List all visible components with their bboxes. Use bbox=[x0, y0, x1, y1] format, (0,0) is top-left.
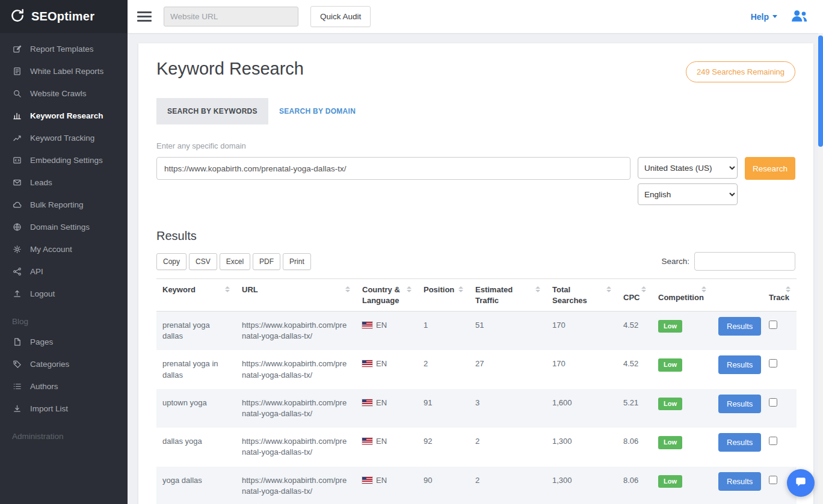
sort-icon[interactable] bbox=[407, 286, 412, 292]
chat-widget-button[interactable] bbox=[787, 469, 815, 497]
sidebar-item-domain-settings[interactable]: Domain Settings bbox=[0, 216, 128, 238]
column-label: Position bbox=[424, 285, 454, 294]
tab-search-by-domain[interactable]: SEARCH BY DOMAIN bbox=[268, 98, 366, 124]
track-cell bbox=[763, 350, 797, 389]
website-url-input[interactable] bbox=[164, 7, 298, 26]
column-header-position[interactable]: Position bbox=[418, 279, 469, 312]
track-checkbox[interactable] bbox=[769, 476, 777, 484]
sidebar-item-authors[interactable]: Authors bbox=[0, 375, 128, 398]
brand-name: SEOptimer bbox=[31, 10, 94, 23]
sidebar-item-import-list[interactable]: Import List bbox=[0, 398, 128, 420]
sidebar-item-report-templates[interactable]: Report Templates bbox=[0, 38, 128, 60]
results-heading: Results bbox=[156, 229, 795, 243]
page-scrollbar[interactable] bbox=[818, 33, 823, 504]
sidebar-section-administration: Administration bbox=[0, 420, 128, 446]
url-cell: https://www.kopabirth.com/prenatal-yoga-… bbox=[236, 350, 356, 389]
track-checkbox[interactable] bbox=[769, 321, 777, 329]
sort-icon[interactable] bbox=[701, 286, 706, 292]
cpc-cell: 4.52 bbox=[617, 350, 652, 389]
sidebar-item-leads[interactable]: Leads bbox=[0, 171, 128, 194]
results-table: KeywordURLCountry & LanguagePositionEsti… bbox=[156, 278, 797, 504]
content-area: Keyword Research 249 Searches Remaining … bbox=[128, 33, 823, 504]
domain-input[interactable] bbox=[156, 157, 630, 180]
results-action-cell: Results bbox=[712, 350, 763, 389]
sidebar-item-keyword-tracking[interactable]: Keyword Tracking bbox=[0, 127, 128, 149]
sidebar-item-logout[interactable]: Logout bbox=[0, 283, 128, 305]
results-button[interactable]: Results bbox=[718, 433, 761, 452]
hamburger-menu-icon[interactable] bbox=[137, 11, 152, 22]
sidebar-item-categories[interactable]: Categories bbox=[0, 353, 128, 375]
language-select[interactable]: English bbox=[638, 183, 738, 205]
competition-badge: Low bbox=[658, 358, 682, 371]
sidebar-item-api[interactable]: API bbox=[0, 260, 128, 283]
results-button[interactable]: Results bbox=[718, 472, 761, 491]
total-searches-cell: 1,600 bbox=[546, 389, 617, 428]
domain-settings-icon bbox=[12, 223, 22, 232]
competition-cell: Low bbox=[652, 350, 712, 389]
account-users-icon[interactable] bbox=[791, 8, 809, 25]
table-search-input[interactable] bbox=[694, 252, 795, 271]
sort-icon[interactable] bbox=[345, 286, 350, 292]
table-row: dallas yogahttps://www.kopabirth.com/pre… bbox=[156, 428, 797, 466]
estimated-traffic-cell: 51 bbox=[469, 312, 546, 351]
authors-icon bbox=[12, 382, 22, 391]
scrollbar-thumb[interactable] bbox=[818, 35, 823, 147]
sidebar-item-embedding-settings[interactable]: Embedding Settings bbox=[0, 149, 128, 171]
track-checkbox[interactable] bbox=[769, 398, 777, 407]
keyword-cell: prenatal yoga dallas bbox=[156, 312, 236, 351]
sidebar-item-bulk-reporting[interactable]: Bulk Reporting bbox=[0, 194, 128, 216]
column-header-country-language[interactable]: Country & Language bbox=[356, 279, 418, 312]
excel-button[interactable]: Excel bbox=[220, 253, 250, 270]
pdf-button[interactable]: PDF bbox=[253, 253, 280, 270]
column-header-url[interactable]: URL bbox=[236, 279, 356, 312]
country-language-cell: EN bbox=[356, 428, 418, 466]
track-checkbox[interactable] bbox=[769, 437, 777, 445]
position-cell: 90 bbox=[418, 467, 469, 504]
domain-input-label: Enter any specific domain bbox=[156, 141, 795, 150]
sidebar-item-my-account[interactable]: My Account bbox=[0, 238, 128, 260]
copy-button[interactable]: Copy bbox=[156, 253, 186, 270]
csv-button[interactable]: CSV bbox=[189, 253, 217, 270]
column-header-total-searches[interactable]: Total Searches bbox=[546, 279, 617, 312]
sort-icon[interactable] bbox=[606, 286, 611, 292]
url-cell: https://www.kopabirth.com/prenatal-yoga-… bbox=[236, 428, 356, 466]
print-button[interactable]: Print bbox=[283, 253, 311, 270]
us-flag-icon bbox=[362, 438, 372, 444]
help-menu[interactable]: Help bbox=[751, 12, 777, 22]
sort-icon[interactable] bbox=[458, 286, 463, 292]
research-button[interactable]: Research bbox=[745, 157, 795, 180]
sidebar-item-website-crawls[interactable]: Website Crawls bbox=[0, 82, 128, 105]
sidebar-item-keyword-research[interactable]: Keyword Research bbox=[0, 105, 128, 127]
total-searches-cell: 170 bbox=[546, 350, 617, 389]
sidebar-item-label: Categories bbox=[30, 360, 69, 369]
country-language-cell: EN bbox=[356, 312, 418, 351]
brand-logo[interactable]: SEOptimer bbox=[0, 0, 128, 33]
sort-icon[interactable] bbox=[641, 286, 646, 292]
tab-search-by-keywords[interactable]: SEARCH BY KEYWORDS bbox=[156, 98, 268, 124]
sidebar-nav: Report TemplatesWhite Label ReportsWebsi… bbox=[0, 33, 128, 446]
sort-icon[interactable] bbox=[225, 286, 230, 292]
results-button[interactable]: Results bbox=[718, 355, 761, 374]
results-button[interactable]: Results bbox=[718, 395, 761, 413]
sidebar-item-label: Domain Settings bbox=[30, 223, 90, 232]
results-action-cell: Results bbox=[712, 389, 763, 428]
results-button[interactable]: Results bbox=[718, 317, 761, 336]
column-header-competition[interactable]: Competition bbox=[652, 279, 712, 312]
country-select[interactable]: United States (US) bbox=[638, 157, 738, 179]
sidebar-item-label: White Label Reports bbox=[30, 67, 103, 76]
column-header-track[interactable]: Track bbox=[763, 279, 797, 312]
keyword-cell: dallas yoga bbox=[156, 428, 236, 466]
sidebar-item-white-label-reports[interactable]: White Label Reports bbox=[0, 60, 128, 82]
track-checkbox[interactable] bbox=[769, 359, 777, 367]
cpc-cell: 8.06 bbox=[617, 467, 652, 504]
column-header-estimated-traffic[interactable]: Estimated Traffic bbox=[469, 279, 546, 312]
column-header-cpc[interactable]: CPC bbox=[617, 279, 652, 312]
column-header-keyword[interactable]: Keyword bbox=[156, 279, 236, 312]
position-cell: 2 bbox=[418, 350, 469, 389]
sidebar-item-label: Import List bbox=[30, 404, 68, 413]
sort-icon[interactable] bbox=[786, 286, 791, 292]
sidebar-item-pages[interactable]: Pages bbox=[0, 331, 128, 353]
sort-icon[interactable] bbox=[535, 286, 540, 292]
estimated-traffic-cell: 2 bbox=[469, 467, 546, 504]
quick-audit-button[interactable]: Quick Audit bbox=[310, 6, 371, 27]
